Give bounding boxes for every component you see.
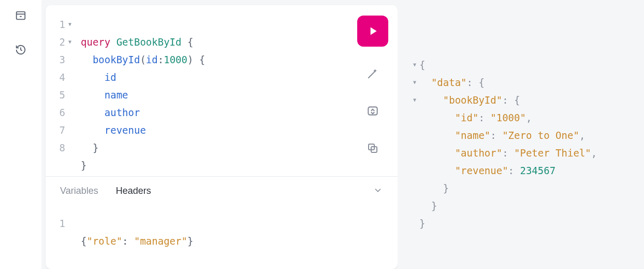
svg-rect-0 xyxy=(17,12,25,20)
history-icon[interactable] xyxy=(14,44,27,56)
prettify-icon[interactable] xyxy=(362,63,383,84)
editor-tools xyxy=(357,16,388,159)
tab-headers[interactable]: Headers xyxy=(116,186,151,196)
merge-icon[interactable] xyxy=(362,101,383,121)
workspace: 1▼ 2▼ 3▼ 4▼ 5▼ 6▼ 7▼ 8▼ query GetBookByI… xyxy=(41,0,644,269)
run-button[interactable] xyxy=(357,16,388,47)
archive-icon[interactable] xyxy=(14,9,27,22)
tab-variables[interactable]: Variables xyxy=(60,186,98,196)
copy-icon[interactable] xyxy=(362,138,383,159)
fold-caret-icon[interactable]: ▼ xyxy=(68,16,71,33)
headers-editor[interactable]: 1▼ {"role": "manager"} xyxy=(46,205,398,250)
code-area[interactable]: query GetBookById { bookById(id:1000) { … xyxy=(76,5,210,176)
chevron-down-icon[interactable] xyxy=(373,185,383,197)
response-panel: ▼ { ▼ "data": { ▼ "bookById": { "id": "1… xyxy=(398,5,644,269)
query-panel: 1▼ 2▼ 3▼ 4▼ 5▼ 6▼ 7▼ 8▼ query GetBookByI… xyxy=(46,5,398,269)
query-editor[interactable]: 1▼ 2▼ 3▼ 4▼ 5▼ 6▼ 7▼ 8▼ query GetBookByI… xyxy=(46,5,398,176)
gutter: 1▼ 2▼ 3▼ 4▼ 5▼ 6▼ 7▼ 8▼ xyxy=(46,5,76,176)
lower-tabs: Variables Headers xyxy=(46,176,398,205)
fold-caret-icon[interactable]: ▼ xyxy=(68,33,71,51)
left-rail xyxy=(0,0,41,269)
